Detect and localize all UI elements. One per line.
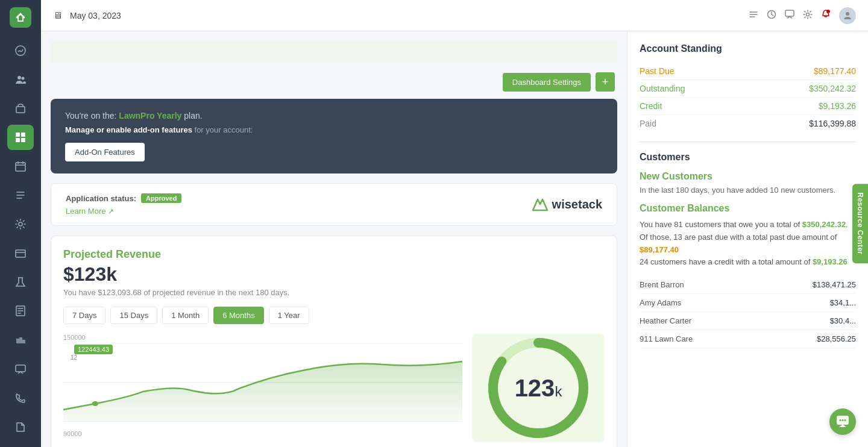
plan-prefix: You're on the:: [65, 111, 119, 120]
sidebar-item-tasks[interactable]: [7, 183, 34, 208]
revenue-chart-area: 150000 122443.43 12: [63, 334, 605, 442]
svg-rect-7: [21, 138, 25, 142]
svg-rect-8: [16, 163, 25, 171]
sidebar-item-calls[interactable]: [7, 386, 34, 411]
wisetack-left: Application status: Approved Learn More …: [66, 193, 181, 216]
svg-point-2: [22, 77, 25, 80]
sidebar-item-settings[interactable]: [7, 211, 34, 237]
donut-number: 123: [515, 375, 555, 401]
svg-rect-14: [785, 10, 794, 16]
resource-center-tab[interactable]: Resource Center: [852, 184, 868, 263]
customer-name: Amy Adams: [640, 298, 681, 307]
left-panel: Dashboard Settings + You're on the: Lawn…: [41, 31, 627, 447]
main-content: 🖥 May 03, 2023: [41, 0, 868, 447]
sidebar: [0, 0, 41, 447]
right-panel: Account Standing Past Due $89,177.40 Out…: [627, 31, 868, 447]
gear-icon[interactable]: [803, 10, 813, 22]
svg-point-28: [844, 419, 846, 421]
customers-section: Customers New Customers In the last 180 …: [640, 152, 856, 348]
revenue-filters: 7 Days 15 Days 1 Month 6 Months 1 Year: [63, 307, 605, 324]
customer-amount: $34,1...: [830, 298, 856, 307]
sidebar-item-billing[interactable]: [7, 240, 34, 266]
svg-rect-6: [16, 138, 20, 142]
svg-rect-5: [21, 133, 25, 137]
learn-more-text: Learn More: [66, 207, 105, 216]
bell-icon[interactable]: [821, 10, 831, 22]
dashboard-settings-bar: Dashboard Settings +: [51, 72, 617, 92]
external-link-icon: ↗: [108, 207, 114, 216]
svg-marker-18: [533, 199, 547, 210]
filter-15days[interactable]: 15 Days: [110, 307, 157, 324]
addon-features-button[interactable]: Add-On Features: [65, 143, 145, 161]
svg-rect-3: [16, 107, 25, 113]
topbar-icons: [749, 7, 856, 24]
svg-point-16: [826, 10, 830, 13]
customer-row[interactable]: Brent Barron $138,471.25: [640, 276, 856, 294]
svg-point-17: [846, 12, 849, 16]
sidebar-item-analytics2[interactable]: [7, 328, 34, 353]
customer-row[interactable]: Amy Adams $34,1...: [640, 294, 856, 312]
wisetack-name: wisetack: [552, 198, 602, 211]
plan-banner-title: You're on the: LawnPro Yearly plan.: [65, 111, 603, 120]
svg-point-15: [807, 13, 810, 16]
clock-icon[interactable]: [767, 10, 776, 22]
customers-section-title: Customers: [640, 152, 856, 163]
content-area: Dashboard Settings + You're on the: Lawn…: [41, 31, 868, 447]
chat-icon[interactable]: [785, 10, 794, 22]
divider-1: [640, 142, 856, 142]
learn-more-link[interactable]: Learn More ↗: [66, 207, 181, 216]
sidebar-item-lab[interactable]: [7, 269, 34, 295]
sidebar-item-files[interactable]: [7, 414, 34, 440]
dashboard-settings-button[interactable]: Dashboard Settings: [503, 73, 591, 92]
customer-name: Heather Carter: [640, 316, 691, 325]
customer-amount: $28,556.25: [817, 334, 856, 343]
tooltip-value: 122443.43: [78, 346, 109, 353]
plan-banner: You're on the: LawnPro Yearly plan. Mana…: [51, 99, 617, 173]
app-status-label: Application status:: [66, 194, 136, 203]
customer-rows: Brent Barron $138,471.25 Amy Adams $34,1…: [640, 276, 856, 348]
sidebar-item-customers[interactable]: [7, 67, 34, 92]
sidebar-item-dashboard[interactable]: [7, 125, 34, 150]
svg-rect-12: [16, 365, 25, 372]
resource-center-label: Resource Center: [856, 192, 864, 255]
customer-balances-title: Customer Balances: [640, 203, 856, 214]
sidebar-item-reports[interactable]: [7, 298, 34, 324]
filter-1month[interactable]: 1 Month: [162, 307, 209, 324]
donut-container: 123k: [484, 334, 593, 442]
sidebar-item-calendar[interactable]: [7, 154, 34, 179]
revenue-section: Projected Revenue $123k You have $123,09…: [51, 236, 617, 447]
filter-7days[interactable]: 7 Days: [63, 307, 105, 324]
account-standing-title: Account Standing: [640, 43, 856, 54]
wisetack-logo: wisetack: [532, 198, 602, 211]
account-standing-rows: Past Due $89,177.40 Outstanding $350,242…: [640, 63, 856, 132]
customer-row[interactable]: Heather Carter $30,4...: [640, 312, 856, 330]
monitor-icon: 🖥: [53, 10, 63, 21]
past-due-label: Past Due: [640, 66, 675, 76]
user-avatar[interactable]: [839, 7, 856, 24]
chart-tooltip: 122443.43: [74, 345, 113, 354]
sidebar-logo[interactable]: [10, 7, 31, 28]
plan-link[interactable]: LawnPro Yearly: [119, 111, 181, 120]
svg-point-0: [16, 46, 25, 55]
decorative-bar: [51, 41, 617, 63]
customer-row[interactable]: 911 Lawn Care $28,556.25: [640, 330, 856, 348]
y-label-150k: 150000: [63, 334, 462, 341]
svg-point-22: [92, 401, 99, 406]
donut-text: 123k: [515, 375, 562, 402]
sidebar-item-analytics[interactable]: [7, 37, 34, 63]
outstanding-value: $350,242.32: [809, 84, 856, 93]
svg-point-9: [19, 222, 22, 226]
svg-rect-10: [16, 250, 25, 257]
chart-right: 123k: [472, 334, 605, 442]
filter-1year[interactable]: 1 Year: [269, 307, 309, 324]
add-widget-button[interactable]: +: [596, 72, 615, 92]
svg-point-26: [840, 419, 841, 421]
sidebar-item-messages[interactable]: [7, 357, 34, 382]
plan-suffix: plan.: [181, 111, 202, 120]
customer-amount: $30,4...: [830, 316, 856, 325]
sidebar-item-packages[interactable]: [7, 96, 34, 121]
revenue-amount: $123k: [63, 263, 605, 286]
filter-6months[interactable]: 6 Months: [213, 307, 263, 324]
chat-bubble[interactable]: [829, 408, 856, 435]
checklist-icon[interactable]: [749, 10, 758, 22]
